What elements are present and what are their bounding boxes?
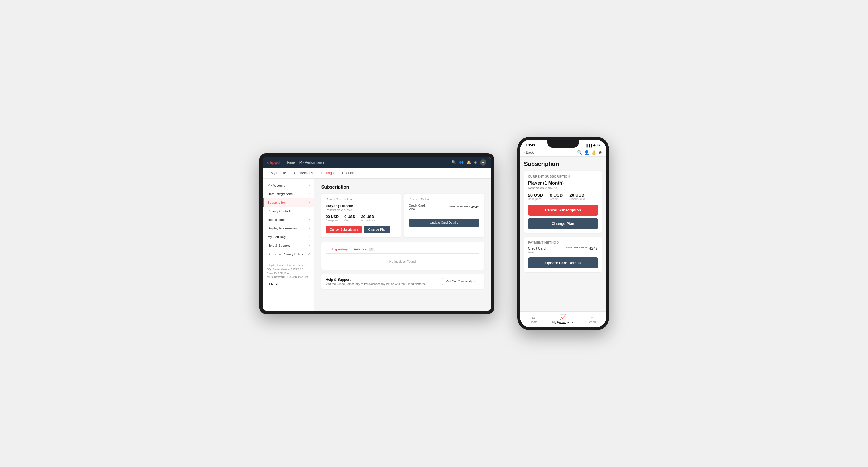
phone-base-price-label: Base price (528, 197, 543, 200)
sidebar-item-subscription[interactable]: Subscription › (263, 198, 314, 207)
menu-icon: ≡ (591, 314, 594, 320)
change-plan-button[interactable]: Change Plan (364, 226, 390, 233)
users-icon[interactable]: 👥 (459, 160, 464, 164)
phone-payment-row: Credit Card Visa **** **** **** 4242 (528, 246, 598, 254)
help-support-section: Help & Support Visit the Clippd Communit… (321, 274, 484, 289)
phone-cancel-subscription-button[interactable]: Cancel Subscription (528, 205, 598, 216)
subscription-cards: Current Subscription Player (1 Month) Re… (321, 194, 484, 237)
search-icon[interactable]: 🔍 (452, 160, 456, 164)
plan-name: Player (1 Month) (326, 204, 396, 208)
active-indicator (559, 323, 566, 324)
referrals-badge: 0 (369, 248, 374, 251)
phone-payment-section-label: Payment Method (528, 241, 598, 244)
bottom-nav-home[interactable]: ⌂ Home (525, 314, 542, 324)
language-selector[interactable]: EN (267, 282, 310, 287)
phone-credit-label: Credit (550, 197, 562, 200)
sidebar-item-golfbag[interactable]: My Golf Bag › (263, 232, 314, 241)
status-time: 10:43 (526, 143, 535, 147)
nav-link-home[interactable]: Home (286, 160, 295, 164)
payment-method-label: Payment Method (409, 198, 479, 201)
chevron-icon: › (309, 227, 310, 230)
help-text: Help & Support Visit the Clippd Communit… (326, 278, 426, 286)
billing-empty-message: No Invoices Found (326, 257, 479, 266)
external-link-icon: ↗ (308, 244, 310, 247)
phone-page-title: Subscription (524, 161, 602, 167)
billing-section: Billing History Referrals 0 No Invoices … (321, 242, 484, 270)
phone-screen: 10:43 ▐▐▐ ◈ 85 ‹ Back 🔍 👤 🔔 ⊕ Subscripti… (520, 139, 606, 328)
search-icon[interactable]: 🔍 (577, 150, 582, 155)
sidebar-item-myaccount[interactable]: My Account › (263, 181, 314, 190)
phone-current-sub-card: Current Subscription Player (1 Month) Re… (524, 171, 602, 233)
tab-tutorials[interactable]: Tutorials (338, 168, 358, 179)
sidebar-item-displayprefs[interactable]: Display Preferences › (263, 224, 314, 232)
back-chevron-icon: ‹ (524, 150, 525, 154)
help-description: Visit the Clippd Community to troublesho… (326, 282, 426, 286)
sidebar-item-dataintegrations[interactable]: Data Integrations › (263, 190, 314, 198)
payment-method-card: Payment Method Credit Card Visa **** ***… (404, 194, 484, 237)
back-button[interactable]: ‹ Back (524, 150, 534, 154)
phone-amount-due-value: 20 USD (569, 192, 585, 197)
tablet-nav-links: Home My Performance (286, 160, 446, 164)
phone-update-card-button[interactable]: Update Card Details (528, 257, 598, 269)
plan-renew-date: Renews on 25/07/23 (326, 209, 396, 212)
globe-icon[interactable]: ⊕ (474, 160, 477, 164)
user-icon[interactable]: 👤 (584, 150, 589, 155)
phone-credit-value: 0 USD (550, 192, 562, 197)
chevron-icon: › (309, 192, 310, 195)
tablet-screen: clippd Home My Performance 🔍 👥 🔔 ⊕ A My … (263, 157, 491, 311)
tablet-navbar: clippd Home My Performance 🔍 👥 🔔 ⊕ A (263, 157, 491, 168)
add-icon[interactable]: ⊕ (599, 150, 602, 155)
tab-myprofile[interactable]: My Profile (267, 168, 289, 179)
lang-dropdown[interactable]: EN (267, 282, 279, 287)
payment-type-brand: Credit Card Visa (409, 204, 425, 211)
sidebar-item-servicepolicy[interactable]: Service & Privacy Policy ↗ (263, 250, 314, 258)
chevron-icon: › (309, 235, 310, 238)
amount-due-value: 20 USD (361, 215, 375, 219)
base-price-value: 20 USD (326, 215, 339, 219)
credit-value: 0 USD (344, 215, 355, 219)
phone-payment-labels: Credit Card Visa (528, 246, 546, 254)
visit-community-button[interactable]: Visit Our Community ↗ (442, 278, 479, 285)
wifi-icon: ◈ (593, 143, 595, 147)
phone-content: Subscription Current Subscription Player… (520, 157, 606, 311)
tab-billing-history[interactable]: Billing History (326, 246, 351, 253)
tab-referrals[interactable]: Referrals 0 (351, 246, 376, 253)
bell-icon[interactable]: 🔔 (591, 150, 596, 155)
phone-plan-renew: Renews on 25/07/23 (528, 186, 598, 190)
tab-connections[interactable]: Connections (290, 168, 317, 179)
bell-icon[interactable]: 🔔 (467, 160, 471, 164)
external-link-icon: ↗ (308, 252, 310, 255)
phone-card-number: **** **** **** 4242 (566, 246, 598, 250)
phone-navbar: ‹ Back 🔍 👤 🔔 ⊕ (520, 148, 606, 157)
amount-due-item: 20 USD Amount due (361, 215, 375, 222)
cancel-subscription-button[interactable]: Cancel Subscription (326, 226, 362, 233)
sidebar-item-privacy[interactable]: Privacy Controls › (263, 207, 314, 215)
tablet-device: clippd Home My Performance 🔍 👥 🔔 ⊕ A My … (259, 153, 494, 314)
bottom-nav-performance[interactable]: 📈 My Performance (553, 314, 574, 324)
phone-change-plan-button[interactable]: Change Plan (528, 218, 598, 229)
phone-sub-section-label: Current Subscription (528, 175, 598, 178)
current-subscription-card: Current Subscription Player (1 Month) Re… (321, 194, 401, 237)
status-icons: ▐▐▐ ◈ 85 (585, 143, 600, 147)
external-link-icon: ↗ (473, 280, 476, 283)
sidebar-item-notifications[interactable]: Notifications › (263, 215, 314, 224)
phone-notch (547, 139, 579, 148)
tab-settings[interactable]: Settings (318, 168, 337, 179)
sidebar-item-helpsupport[interactable]: Help & Support ↗ (263, 241, 314, 250)
subscription-amounts: 20 USD Base price 0 USD Credit 20 USD Am… (326, 215, 396, 222)
main-content: Subscription Current Subscription Player… (314, 179, 491, 311)
tablet-body: My Account › Data Integrations › Subscri… (263, 179, 491, 311)
tablet-nav-icons: 🔍 👥 🔔 ⊕ A (452, 159, 486, 165)
phone-amount-due-label: Amount due (569, 197, 585, 200)
home-icon: ⌂ (532, 314, 535, 320)
app-logo: clippd (267, 160, 280, 165)
phone-amount-due: 20 USD Amount due (569, 192, 585, 200)
update-card-button[interactable]: Update Card Details (409, 219, 479, 227)
nav-link-performance[interactable]: My Performance (300, 160, 325, 164)
chevron-icon: › (309, 210, 310, 213)
sidebar-footer: Clippd Client Version: 2023.07.6-8 GQL S… (263, 261, 314, 290)
bottom-nav-menu[interactable]: ≡ Menu (584, 314, 601, 324)
user-avatar[interactable]: A (480, 159, 486, 165)
chevron-icon: › (309, 184, 310, 187)
phone-credit: 0 USD Credit (550, 192, 562, 200)
